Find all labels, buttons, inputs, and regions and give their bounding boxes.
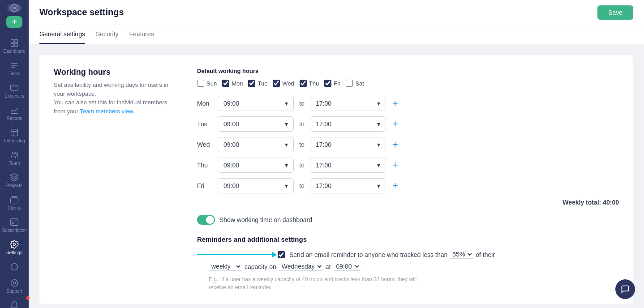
- checkbox-mon[interactable]: [222, 80, 229, 87]
- checkbox-sun[interactable]: [197, 80, 204, 87]
- reminder-row: Send an email reminder to anyone who tra…: [278, 250, 495, 259]
- day-label-tue: Tue: [258, 80, 267, 87]
- day-label-thu: Thu: [309, 80, 319, 87]
- sidebar-item-support[interactable]: Support: [0, 275, 29, 297]
- tue-end-select[interactable]: 17:00 ▾: [310, 116, 386, 132]
- wed-add-button[interactable]: +: [391, 138, 400, 151]
- chevron-down-icon: ▾: [377, 141, 380, 148]
- arrow-head-icon: [272, 252, 277, 257]
- sidebar-item-entries-log[interactable]: Entries log: [0, 124, 29, 147]
- sidebar-item-label: Dashboard: [4, 49, 26, 54]
- sidebar-item-projects[interactable]: Projects: [0, 169, 29, 192]
- team-members-link[interactable]: Team members view: [80, 108, 133, 115]
- sidebar-item-clients[interactable]: Clients: [0, 192, 29, 214]
- svg-rect-5: [15, 43, 18, 47]
- day-check-fri: Fri: [324, 80, 340, 87]
- day-check-thu: Thu: [300, 80, 319, 87]
- thu-end-select[interactable]: 17:00 ▾: [310, 158, 386, 173]
- checkbox-thu[interactable]: [300, 80, 307, 87]
- sidebar-item-label: Support: [6, 289, 22, 294]
- day-label-fri: Fri: [334, 80, 340, 87]
- add-button[interactable]: +: [6, 16, 22, 28]
- dashboard-toggle[interactable]: [197, 215, 215, 225]
- sidebar-item-label: Team: [9, 161, 20, 166]
- to-label: to: [298, 141, 305, 148]
- sidebar-item-team[interactable]: Team: [0, 147, 29, 169]
- thu-add-button[interactable]: +: [391, 158, 400, 172]
- fri-start-select[interactable]: 09:00 ▾: [218, 178, 294, 193]
- reminder-sub-row: weekly monthly capacity on Wednesday Mon…: [209, 262, 619, 271]
- sidebar-item-dashboard[interactable]: Dashboard: [0, 35, 29, 57]
- tue-start-select[interactable]: 09:00 ▾: [218, 116, 294, 132]
- chevron-down-icon: ▾: [377, 162, 380, 169]
- mon-add-button[interactable]: +: [391, 97, 400, 110]
- mon-end-select[interactable]: 17:00 ▾: [310, 96, 386, 111]
- day-check-wed: Wed: [273, 80, 294, 87]
- main-content: Workspace settings Save General settings…: [29, 0, 644, 308]
- svg-rect-2: [11, 40, 14, 43]
- mon-start-select[interactable]: 09:00 ▾: [218, 96, 294, 111]
- day-check-sun: Sun: [197, 80, 217, 87]
- reminder-day-select[interactable]: Wednesday Monday Friday: [279, 262, 323, 271]
- time-row-tue: Tue 09:00 ▾ to 17:00 ▾ +: [197, 116, 619, 132]
- sidebar-item-subscription[interactable]: Subscription: [0, 214, 29, 236]
- svg-rect-18: [11, 219, 18, 226]
- reminder-percent-select[interactable]: 55% 50% 75%: [450, 250, 473, 259]
- chat-button[interactable]: [615, 279, 635, 299]
- svg-point-25: [13, 282, 16, 284]
- reminder-time-select[interactable]: 09:00 08:00 10:00: [334, 262, 361, 271]
- reminder-text: Send an email reminder to anyone who tra…: [289, 250, 495, 259]
- wed-start-select[interactable]: 09:00 ▾: [218, 137, 294, 152]
- sidebar-item-label: Settings: [6, 250, 22, 255]
- sidebar-item-label: Subscription: [2, 228, 26, 233]
- day-mon-label: Mon: [197, 100, 213, 107]
- day-label-mon: Mon: [232, 80, 243, 87]
- sidebar-item-reports[interactable]: Reports: [0, 102, 29, 124]
- sidebar-item-label: Projects: [6, 183, 22, 188]
- sidebar-item-settings[interactable]: Settings: [0, 236, 29, 259]
- toggle-label: Show working time on dashboard: [219, 216, 312, 223]
- svg-point-1: [13, 7, 16, 9]
- working-hours-card: Working hours Set availability and worki…: [39, 55, 633, 304]
- sidebar-item-notifications[interactable]: Notifications: [0, 297, 29, 308]
- svg-point-16: [15, 152, 17, 154]
- sidebar-item-tasks[interactable]: Tasks: [0, 57, 29, 80]
- checkbox-fri[interactable]: [324, 80, 331, 87]
- day-wed-label: Wed: [197, 141, 213, 148]
- checkbox-tue[interactable]: [248, 80, 255, 87]
- thu-start-select[interactable]: 09:00 ▾: [218, 158, 294, 173]
- reminder-checkbox[interactable]: [278, 251, 285, 258]
- sidebar-item-unknown[interactable]: [0, 259, 29, 275]
- tue-add-button[interactable]: +: [391, 117, 400, 131]
- sidebar-item-expenses[interactable]: Expenses: [0, 80, 29, 102]
- svg-point-15: [12, 152, 14, 154]
- day-label-sun: Sun: [206, 80, 217, 87]
- arrow-container: [197, 254, 273, 255]
- day-check-sat: Sat: [346, 80, 364, 87]
- toggle-row: Show working time on dashboard: [197, 215, 619, 225]
- svg-rect-4: [11, 43, 14, 47]
- chevron-down-icon: ▾: [285, 162, 288, 169]
- tab-features[interactable]: Features: [129, 25, 154, 44]
- reminder-hint: E.g.: If a user has a weekly capacity of…: [209, 275, 424, 291]
- chevron-down-icon: ▾: [285, 100, 288, 107]
- fri-end-select[interactable]: 17:00 ▾: [310, 178, 386, 193]
- checkbox-wed[interactable]: [273, 80, 280, 87]
- sidebar-item-label: Clients: [8, 205, 21, 210]
- chevron-down-icon: ▾: [377, 182, 380, 189]
- svg-point-24: [11, 280, 18, 287]
- logo: [7, 4, 21, 13]
- sidebar: + Dashboard Tasks Expenses Reports Entri…: [0, 0, 29, 308]
- reminder-frequency-select[interactable]: weekly monthly: [209, 262, 242, 271]
- to-label: to: [298, 120, 305, 128]
- time-row-mon: Mon 09:00 ▾ to 17:00 ▾ +: [197, 96, 619, 111]
- checkbox-sat[interactable]: [346, 80, 353, 87]
- svg-point-23: [11, 264, 18, 270]
- wed-end-select[interactable]: 17:00 ▾: [310, 137, 386, 152]
- tab-security[interactable]: Security: [96, 25, 119, 44]
- fri-add-button[interactable]: +: [391, 179, 400, 192]
- save-button[interactable]: Save: [597, 5, 633, 20]
- tab-general-settings[interactable]: General settings: [39, 25, 85, 44]
- day-label-wed: Wed: [282, 80, 294, 87]
- to-label: to: [298, 162, 305, 169]
